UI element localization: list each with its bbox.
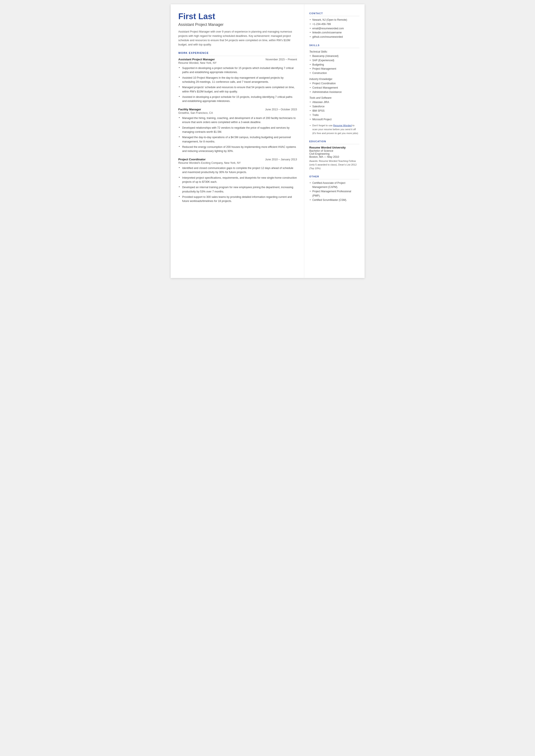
industry-skill-3: Administrative Assistance — [309, 90, 359, 95]
edu-awards: Awards: Resume Worded Teaching Fellow (o… — [309, 159, 359, 170]
contact-list: Newark, NJ (Open to Remote) +1-234-456-7… — [309, 18, 359, 39]
contact-item-4: linkedin.com/in/username — [309, 31, 359, 35]
contact-item-5: github.com/resumeworded — [309, 35, 359, 39]
bullet-3-3: Developed an internal training program f… — [179, 185, 297, 194]
work-experience-heading: WORK EXPERIENCE — [179, 51, 297, 56]
job-block-1: Assistant Project Manager November 2015 … — [179, 58, 297, 103]
tool-1: Atlassian JIRA — [309, 100, 359, 104]
contact-item-3: email@resumeworded.com — [309, 26, 359, 31]
right-column: CONTACT Newark, NJ (Open to Remote) +1-2… — [304, 4, 365, 278]
bullet-1-2: Assisted 10 Project Managers in the day-… — [179, 76, 297, 84]
job-company-2: Growthsi, San Francisco, CA — [179, 111, 297, 114]
tool-4: Trello — [309, 113, 359, 118]
tool-3: IBM SPSS — [309, 109, 359, 113]
bullet-1-1: Supported in developing a project schedu… — [179, 66, 297, 74]
industry-knowledge-list: Project Coordination Contract Management… — [309, 81, 359, 94]
education-heading: EDUCATION — [309, 140, 359, 144]
industry-skill-2: Contract Management — [309, 86, 359, 90]
skills-heading: SKILLS — [309, 44, 359, 48]
job-company-3: Resume Worded's Exciting Company, New Yo… — [179, 161, 297, 164]
candidate-job-title: Assistant Project Manager — [179, 22, 297, 27]
bullet-2-3: Managed the day-to-day operations of a $… — [179, 135, 297, 144]
other-heading: OTHER — [309, 175, 359, 179]
edu-location: Boston, MA — May 2010 — [309, 155, 359, 158]
resume-page: First Last Assistant Project Manager Ass… — [171, 4, 365, 278]
job-header-1: Assistant Project Manager November 2015 … — [179, 58, 297, 61]
edu-degree: Bachelor of Science — [309, 149, 359, 153]
job-title-1: Assistant Project Manager — [179, 58, 215, 61]
tools-software-label: Tools and Software: — [309, 96, 359, 99]
job-bullets-1: Supported in developing a project schedu… — [179, 66, 297, 103]
skills-section: SKILLS Technical Skills: Basecamp (Advan… — [309, 44, 359, 135]
education-section: EDUCATION Resume Worded University Bache… — [309, 140, 359, 170]
job-dates-1: November 2015 – Present — [266, 58, 297, 61]
bullet-3-2: Interpreted project specifications, requ… — [179, 176, 297, 184]
job-company-1: Resume Worded, New York, NY — [179, 61, 297, 65]
other-section: OTHER Certified Associate of Project Man… — [309, 175, 359, 202]
contact-section: CONTACT Newark, NJ (Open to Remote) +1-2… — [309, 12, 359, 39]
bullet-1-4: Assisted in developing a project schedul… — [179, 95, 297, 103]
summary-text: Assistant Project Manager with over 9 ye… — [179, 30, 297, 47]
bullet-1-3: Managed projects' schedule and resources… — [179, 85, 297, 94]
bullet-3-1: Identified and closed communication gaps… — [179, 166, 297, 175]
other-item-2: Project Management Professional (PMP). — [309, 189, 359, 198]
tech-skill-4: Project Management — [309, 67, 359, 71]
bullet-2-4: Reduced the energy consumption of 200 ho… — [179, 145, 297, 154]
other-item-1: Certified Associate of Project Managemen… — [309, 181, 359, 190]
technical-skills-list: Basecamp (Advanced) SAP (Experienced) Bu… — [309, 54, 359, 75]
job-bullets-2: Managed the hiring, training, coaching, … — [179, 116, 297, 154]
edu-block: Resume Worded University Bachelor of Sci… — [309, 146, 359, 170]
other-list: Certified Associate of Project Managemen… — [309, 181, 359, 202]
job-header-2: Facility Manager June 2013 – October 201… — [179, 108, 297, 111]
job-header-3: Project Coordinator June 2010 – January … — [179, 158, 297, 161]
tech-skill-2: SAP (Experienced) — [309, 58, 359, 63]
tools-software-list: Atlassian JIRA Salesforce IBM SPSS Trell… — [309, 100, 359, 122]
tip-box: Don't forget to use Resume Worded to sca… — [309, 124, 359, 135]
tool-5: Microsoft Project — [309, 118, 359, 122]
other-item-3: Certified ScrumMaster (CSM). — [309, 198, 359, 202]
job-dates-2: June 2013 – October 2015 — [265, 108, 297, 111]
contact-item-1: Newark, NJ (Open to Remote) — [309, 18, 359, 22]
tool-2: Salesforce — [309, 104, 359, 109]
tip-prefix: Don't forget to use — [312, 124, 333, 127]
tech-skill-5: Construction — [309, 71, 359, 75]
job-title-2: Facility Manager — [179, 108, 201, 111]
work-experience-section: WORK EXPERIENCE Assistant Project Manage… — [179, 51, 297, 204]
candidate-name: First Last — [179, 12, 297, 21]
technical-skills-label: Technical Skills: — [309, 50, 359, 53]
bullet-3-4: Provided support to 300 sales teams by p… — [179, 195, 297, 204]
tech-skill-3: Budgeting — [309, 63, 359, 67]
job-bullets-3: Identified and closed communication gaps… — [179, 166, 297, 204]
bullet-2-1: Managed the hiring, training, coaching, … — [179, 116, 297, 125]
bullet-2-2: Developed relationships with 72 vendors … — [179, 126, 297, 134]
left-column: First Last Assistant Project Manager Ass… — [171, 4, 304, 278]
edu-institution: Resume Worded University — [309, 146, 359, 149]
job-dates-3: June 2010 – January 2013 — [265, 158, 297, 161]
tip-link[interactable]: Resume Worded — [333, 124, 352, 127]
edu-field: Civil Engineering — [309, 153, 359, 155]
tech-skill-1: Basecamp (Advanced) — [309, 54, 359, 58]
contact-heading: CONTACT — [309, 12, 359, 16]
contact-item-2: +1-234-456-789 — [309, 22, 359, 26]
job-block-3: Project Coordinator June 2010 – January … — [179, 158, 297, 204]
industry-skill-1: Project Coordination — [309, 81, 359, 86]
job-title-3: Project Coordinator — [179, 158, 206, 161]
industry-knowledge-label: Industry Knowledge: — [309, 78, 359, 81]
job-block-2: Facility Manager June 2013 – October 201… — [179, 108, 297, 154]
